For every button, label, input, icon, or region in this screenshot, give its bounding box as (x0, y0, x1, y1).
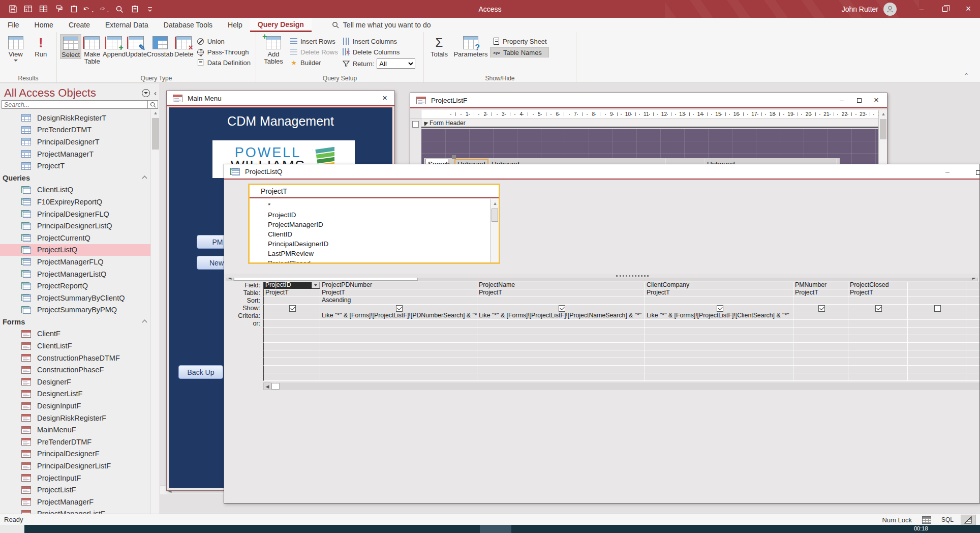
nav-scroll-up-icon[interactable]: ▲ (151, 109, 160, 117)
plq-maximize-icon[interactable] (969, 165, 980, 180)
sidebar-item-ClientListQ[interactable]: ClientListQ (0, 184, 150, 196)
insert-rows-button[interactable]: Insert Rows (288, 37, 340, 46)
totals-button[interactable]: Σ Totals (427, 34, 451, 58)
grid-hscrollbar[interactable]: ◀ (263, 382, 979, 390)
sidebar-item-DesignRiskRegisterF[interactable]: DesignRiskRegisterF (0, 412, 150, 424)
grid-cell[interactable] (848, 297, 908, 305)
grid-cell[interactable] (320, 350, 477, 358)
sidebar-item-PreTenderDTMT[interactable]: PreTenderDTMT (0, 124, 150, 136)
grid-cell[interactable] (263, 312, 320, 320)
grid-cell[interactable]: ProjectClosed (848, 282, 908, 289)
plf-scroll-thumb[interactable] (880, 119, 886, 139)
add-tables-button[interactable]: + Add Tables (259, 34, 288, 65)
plf-ruler-corner[interactable] (410, 110, 421, 119)
grid-cell[interactable] (908, 297, 966, 305)
grid-cell[interactable] (848, 373, 908, 381)
grid-cell[interactable] (645, 366, 793, 373)
tab-database-tools[interactable]: Database Tools (156, 18, 220, 32)
grid-cell[interactable] (848, 366, 908, 373)
sidebar-item-DesignerListF[interactable]: DesignerListF (0, 388, 150, 400)
pane-splitter[interactable] (224, 274, 979, 278)
grid-cell[interactable] (263, 335, 320, 343)
delete-columns-button[interactable]: ×Delete Columns (340, 47, 418, 56)
grid-cell[interactable]: ProjectT (848, 289, 908, 297)
view-button[interactable]: View (3, 34, 28, 62)
sidebar-item-ProjectManagerFLQ[interactable]: ProjectManagerFLQ (0, 256, 150, 268)
sidebar-item-PrincipalDesignerListQ[interactable]: PrincipalDesignerListQ (0, 220, 150, 232)
grid-cell[interactable] (645, 358, 793, 366)
grid-cell[interactable] (908, 335, 966, 343)
append-button[interactable]: + Append (103, 34, 126, 58)
sidebar-item-DesignRiskRegisterT[interactable]: DesignRiskRegisterT (0, 112, 150, 124)
grid-cell[interactable]: Like "*" & [Forms]![ProjectListF]![Proje… (477, 312, 645, 320)
grid-cell[interactable] (320, 358, 477, 366)
crosstab-button[interactable]: Crosstab (147, 34, 173, 58)
pass-through-button[interactable]: Pass-Through (195, 47, 253, 56)
projectt-field-list[interactable]: ProjectT *ProjectIDProjectManagerIDClien… (248, 184, 500, 264)
return-select[interactable]: All (377, 58, 415, 69)
show-checkbox[interactable] (396, 305, 403, 312)
grid-cell[interactable]: ProjectName (477, 282, 645, 289)
qat-more-icon[interactable] (143, 3, 157, 16)
field-item-clientid[interactable]: ClientID (250, 229, 490, 239)
grid-cell[interactable] (908, 282, 966, 289)
tab-external-data[interactable]: External Data (98, 18, 156, 32)
grid-cell[interactable] (645, 297, 793, 305)
grid-cell[interactable] (848, 358, 908, 366)
field-item-projectid[interactable]: ProjectID (250, 210, 490, 220)
sidebar-item-ProjectManagerT[interactable]: ProjectManagerT (0, 148, 150, 160)
grid-cell[interactable] (263, 373, 320, 381)
insert-columns-button[interactable]: Insert Columns (340, 37, 418, 46)
field-item-projectclosed[interactable]: ProjectClosed (250, 258, 490, 262)
sidebar-item-PreTenderDTMF[interactable]: PreTenderDTMF (0, 436, 150, 448)
datasheet-icon[interactable] (37, 3, 50, 16)
grid-cell[interactable] (477, 320, 645, 328)
grid-cell[interactable] (477, 328, 645, 335)
redo-icon[interactable] (98, 3, 111, 16)
run-button[interactable]: ! Run (28, 34, 54, 58)
plq-minimize-icon[interactable]: – (939, 164, 956, 179)
grid-cell[interactable] (908, 328, 966, 335)
grid-cell[interactable] (908, 312, 966, 320)
sidebar-item-PrincipalDesignerFLQ[interactable]: PrincipalDesignerFLQ (0, 208, 150, 220)
tab-home[interactable]: Home (27, 18, 61, 32)
datasheet-view-button[interactable] (919, 515, 934, 525)
sidebar-item-ConstructionPhaseF[interactable]: ConstructionPhaseF (0, 364, 150, 376)
sidebar-item-PrincipalDesignerF[interactable]: PrincipalDesignerF (0, 448, 150, 460)
grid-cell[interactable] (645, 305, 793, 312)
grid-cell[interactable] (477, 366, 645, 373)
grid-cell[interactable] (645, 373, 793, 381)
search-icon[interactable] (113, 3, 126, 16)
grid-scroll-left-icon[interactable]: ◀ (263, 382, 271, 390)
grid-cell[interactable] (320, 320, 477, 328)
grid-cell[interactable] (793, 297, 848, 305)
field-item-star[interactable]: * (250, 200, 490, 210)
grid-scroll-thumb[interactable] (271, 383, 280, 390)
grid-cell[interactable]: ProjectT (645, 289, 793, 297)
sidebar-item-ProjectReportQ[interactable]: ProjectReportQ (0, 280, 150, 292)
plf-form-selector-box[interactable] (412, 121, 419, 128)
grid-cell[interactable]: ProjectT (263, 289, 320, 297)
plf-scroll-up-icon[interactable]: ▲ (879, 110, 888, 118)
grid-cell[interactable] (263, 358, 320, 366)
sidebar-item-ProjectCurrentQ[interactable]: ProjectCurrentQ (0, 232, 150, 244)
grid-cell[interactable] (793, 335, 848, 343)
grid-cell[interactable] (908, 358, 966, 366)
parameters-button[interactable]: ? Parameters (451, 34, 490, 58)
grid-cell[interactable] (477, 343, 645, 350)
grid-cell[interactable] (477, 335, 645, 343)
grid-cell[interactable] (793, 343, 848, 350)
grid-cell[interactable] (263, 328, 320, 335)
sidebar-item-ProjectInputF[interactable]: ProjectInputF (0, 472, 150, 484)
builder-button[interactable]: ★Builder (288, 58, 340, 67)
make-table-button[interactable]: Make Table (81, 34, 103, 65)
back-up-button[interactable]: Back Up (178, 365, 223, 379)
grid-cell[interactable] (320, 373, 477, 381)
grid-cell[interactable] (477, 350, 645, 358)
close-button[interactable]: × (957, 0, 980, 18)
grid-cell[interactable] (793, 312, 848, 320)
collapse-ribbon-icon[interactable]: ⌃ (964, 72, 969, 79)
grid-cell[interactable] (645, 343, 793, 350)
show-checkbox[interactable] (875, 305, 882, 312)
grid-cell[interactable] (263, 297, 320, 305)
